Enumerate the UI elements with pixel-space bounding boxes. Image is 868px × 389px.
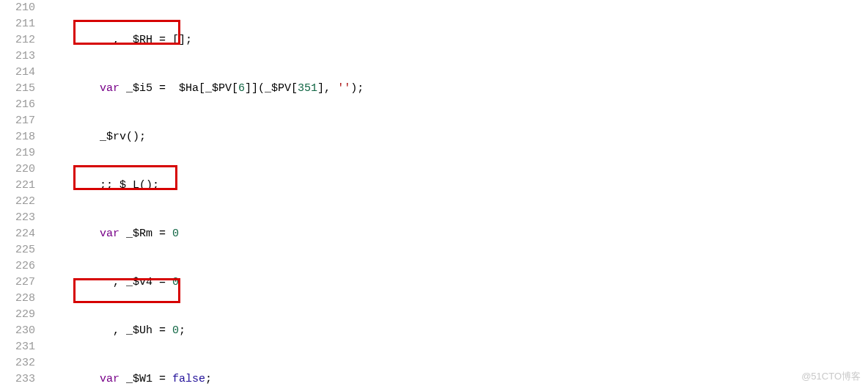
line-number: 218: [0, 129, 35, 145]
code-line: , _$Uh = 0;: [47, 323, 868, 339]
code-line: var _$i5 = $Ha[_$PV[6]](_$PV[351], '');: [47, 81, 868, 97]
code-line: , _$RH = [];: [47, 32, 868, 48]
code-editor[interactable]: 210 211 212 213 214 215 216 217 218 219 …: [0, 0, 868, 389]
code-line: , _$v4 = 0: [47, 275, 868, 291]
line-number-gutter: 210 211 212 213 214 215 216 217 218 219 …: [0, 0, 41, 389]
line-number: 219: [0, 145, 35, 161]
line-number: 215: [0, 81, 35, 97]
line-number: 210: [0, 0, 35, 16]
line-number: 233: [0, 371, 35, 388]
line-number: 224: [0, 226, 35, 242]
line-number: 223: [0, 210, 35, 226]
line-number: 221: [0, 178, 35, 194]
line-number: 231: [0, 339, 35, 355]
line-number: 213: [0, 48, 35, 65]
line-number: 227: [0, 275, 35, 291]
line-number: 216: [0, 97, 35, 113]
line-number: 226: [0, 258, 35, 275]
line-number: 230: [0, 323, 35, 339]
line-number: 225: [0, 242, 35, 258]
line-number: 212: [0, 32, 35, 48]
line-number: 229: [0, 307, 35, 323]
line-number: 222: [0, 194, 35, 210]
line-number: 220: [0, 161, 35, 178]
line-number: 214: [0, 65, 35, 81]
code-line: _$rv();: [47, 129, 868, 145]
code-line: var _$W1 = false;: [47, 371, 868, 388]
line-number: 211: [0, 16, 35, 32]
code-line: var _$Rm = 0: [47, 226, 868, 242]
line-number: 228: [0, 291, 35, 307]
code-area[interactable]: , _$RH = []; var _$i5 = $Ha[_$PV[6]](_$P…: [41, 0, 868, 389]
code-line: ;;_$_L();: [47, 178, 868, 194]
line-number: 217: [0, 113, 35, 129]
line-number: 232: [0, 355, 35, 371]
